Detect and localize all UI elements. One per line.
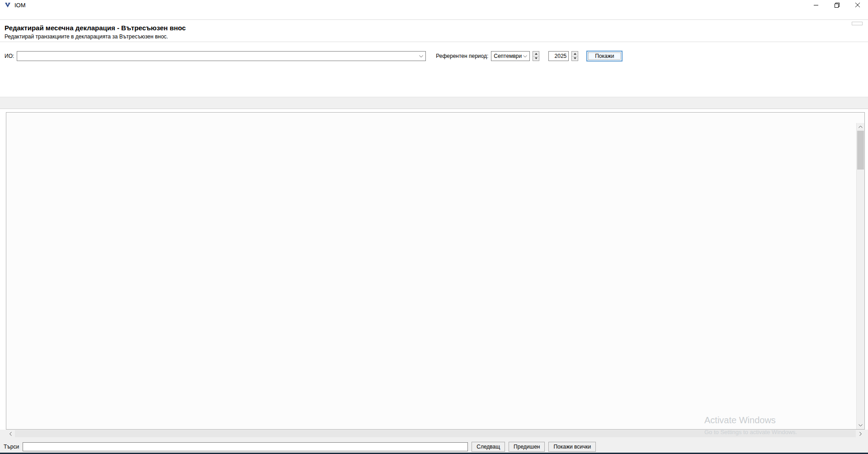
page-subtitle: Редактирай транзакциите в декларацията з…: [5, 33, 868, 40]
io-label: ИО:: [5, 53, 14, 59]
chevron-left-icon: [9, 432, 12, 436]
chevron-right-icon: [859, 432, 862, 436]
scroll-up-button[interactable]: [857, 123, 864, 131]
menu-bar: [0, 10, 868, 20]
chevron-up-icon: [859, 126, 863, 128]
horizontal-scroll-thumb[interactable]: [15, 430, 856, 437]
period-month-value: Септември: [494, 53, 522, 59]
restore-icon: [835, 3, 840, 8]
horizontal-scrollbar[interactable]: [6, 430, 865, 438]
previous-button[interactable]: Предишен: [509, 442, 545, 452]
period-year-input[interactable]: [548, 51, 569, 61]
scroll-right-button[interactable]: [856, 430, 865, 438]
close-button[interactable]: [847, 0, 868, 10]
io-combobox[interactable]: [17, 51, 426, 61]
bottom-zone: Търси Следващ Предишен Покажи всички: [0, 430, 868, 454]
totals-row: [0, 66, 868, 76]
vertical-scroll-thumb[interactable]: [857, 131, 864, 170]
minimize-button[interactable]: [806, 0, 826, 10]
window-controls: [806, 0, 868, 10]
search-input[interactable]: [23, 442, 468, 451]
close-icon: [855, 3, 860, 8]
app-icon: [5, 2, 11, 8]
spinner-down-button[interactable]: [572, 56, 578, 61]
reference-period-label: Референтен период:: [436, 53, 488, 59]
vertical-scrollbar[interactable]: [856, 123, 864, 429]
search-bar: Търси Следващ Предишен Покажи всички: [0, 441, 868, 452]
page-header: Редактирай месечна декларация - Вътресъю…: [0, 20, 868, 42]
triangle-down-icon: [535, 57, 538, 59]
status-legend: [852, 22, 863, 25]
show-all-button[interactable]: Покажи всички: [548, 442, 596, 452]
app-window: IOM Редактирай месечна декларация - Вътр…: [0, 0, 868, 454]
spinner-up-button[interactable]: [533, 52, 539, 56]
show-button[interactable]: Покажи: [586, 51, 623, 61]
scroll-left-button[interactable]: [6, 430, 15, 438]
period-year-spinner: [571, 51, 578, 61]
scroll-down-button[interactable]: [857, 421, 864, 429]
next-button[interactable]: Следващ: [472, 442, 505, 452]
toolbar: [0, 97, 868, 109]
restore-button[interactable]: [826, 0, 847, 10]
page-title: Редактирай месечна декларация - Вътресъю…: [5, 24, 868, 32]
chevron-down-icon: [859, 424, 863, 426]
period-month-combobox[interactable]: Септември: [491, 51, 530, 61]
filter-row: ИО: Референтен период: Септември Покажи: [0, 51, 868, 61]
period-month-spinner: [533, 51, 539, 61]
minimize-icon: [814, 3, 819, 8]
spinner-up-button[interactable]: [572, 52, 578, 56]
spinner-down-button[interactable]: [533, 56, 539, 61]
triangle-up-icon: [574, 53, 576, 55]
title-bar: IOM: [0, 0, 868, 10]
window-title: IOM: [14, 2, 26, 9]
chevron-down-icon: [419, 55, 423, 57]
chevron-down-icon: [523, 55, 527, 57]
triangle-down-icon: [574, 57, 576, 59]
search-label: Търси: [4, 444, 19, 450]
transactions-grid: [6, 112, 865, 430]
triangle-up-icon: [535, 53, 538, 55]
